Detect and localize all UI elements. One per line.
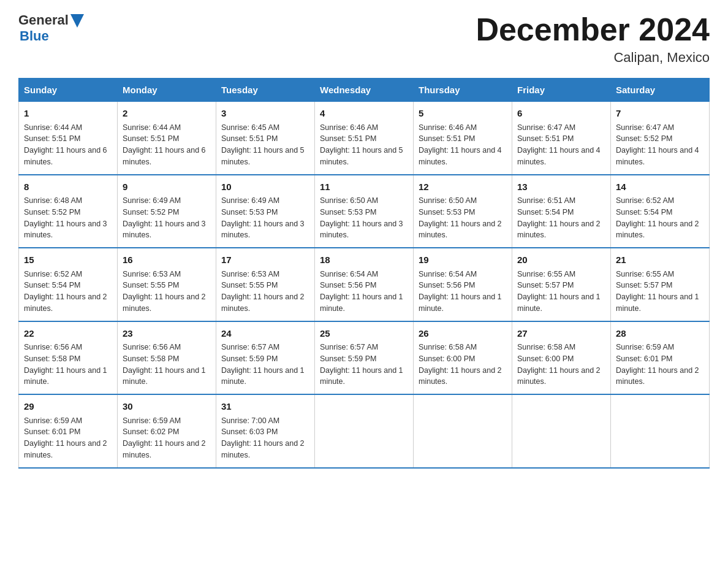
col-thursday: Thursday (414, 79, 512, 102)
day-info: Sunrise: 6:46 AMSunset: 5:51 PMDaylight:… (320, 122, 408, 168)
day-info: Sunrise: 6:58 AMSunset: 6:00 PMDaylight:… (419, 342, 507, 388)
day-info: Sunrise: 6:46 AMSunset: 5:51 PMDaylight:… (419, 122, 507, 168)
day-number: 28 (616, 327, 704, 341)
calendar-cell-w3-d6: 20Sunrise: 6:55 AMSunset: 5:57 PMDayligh… (512, 248, 611, 321)
day-number: 18 (320, 253, 408, 267)
calendar-cell-w4-d3: 24Sunrise: 6:57 AMSunset: 5:59 PMDayligh… (216, 321, 315, 395)
day-number: 5 (419, 107, 507, 121)
day-info: Sunrise: 6:48 AMSunset: 5:52 PMDaylight:… (24, 195, 112, 241)
day-info: Sunrise: 6:52 AMSunset: 5:54 PMDaylight:… (24, 269, 112, 315)
calendar-cell-w1-d2: 2Sunrise: 6:44 AMSunset: 5:51 PMDaylight… (118, 102, 216, 175)
day-number: 30 (123, 400, 211, 414)
calendar-cell-w2-d6: 13Sunrise: 6:51 AMSunset: 5:54 PMDayligh… (512, 175, 611, 248)
col-monday: Monday (118, 79, 216, 102)
calendar-cell-w5-d6 (512, 394, 611, 468)
calendar-cell-w3-d7: 21Sunrise: 6:55 AMSunset: 5:57 PMDayligh… (611, 248, 710, 321)
day-number: 4 (320, 107, 408, 121)
day-number: 31 (221, 400, 309, 414)
calendar-cell-w4-d1: 22Sunrise: 6:56 AMSunset: 5:58 PMDayligh… (19, 321, 118, 395)
day-number: 15 (24, 253, 112, 267)
logo-general-text: General (18, 12, 69, 28)
calendar-cell-w4-d5: 26Sunrise: 6:58 AMSunset: 6:00 PMDayligh… (414, 321, 512, 395)
day-number: 1 (24, 107, 112, 121)
calendar-cell-w3-d3: 17Sunrise: 6:53 AMSunset: 5:55 PMDayligh… (216, 248, 315, 321)
day-number: 25 (320, 327, 408, 341)
day-info: Sunrise: 6:45 AMSunset: 5:51 PMDaylight:… (221, 122, 309, 168)
day-info: Sunrise: 6:56 AMSunset: 5:58 PMDaylight:… (24, 342, 112, 388)
day-info: Sunrise: 6:59 AMSunset: 6:02 PMDaylight:… (123, 415, 211, 461)
day-number: 9 (123, 180, 211, 194)
calendar-cell-w3-d1: 15Sunrise: 6:52 AMSunset: 5:54 PMDayligh… (19, 248, 118, 321)
calendar-cell-w1-d6: 6Sunrise: 6:47 AMSunset: 5:51 PMDaylight… (512, 102, 611, 175)
day-info: Sunrise: 6:59 AMSunset: 6:01 PMDaylight:… (24, 415, 112, 461)
day-number: 12 (419, 180, 507, 194)
calendar-body: 1Sunrise: 6:44 AMSunset: 5:51 PMDaylight… (19, 102, 710, 468)
day-number: 20 (517, 253, 605, 267)
day-info: Sunrise: 6:59 AMSunset: 6:01 PMDaylight:… (616, 342, 704, 388)
week-row-4: 22Sunrise: 6:56 AMSunset: 5:58 PMDayligh… (19, 321, 710, 395)
calendar-cell-w1-d1: 1Sunrise: 6:44 AMSunset: 5:51 PMDaylight… (19, 102, 118, 175)
calendar-header: Sunday Monday Tuesday Wednesday Thursday… (19, 79, 710, 102)
day-number: 7 (616, 107, 704, 121)
day-number: 8 (24, 180, 112, 194)
logo-blue-text: Blue (20, 28, 49, 44)
day-info: Sunrise: 6:49 AMSunset: 5:53 PMDaylight:… (221, 195, 309, 241)
calendar-cell-w1-d4: 4Sunrise: 6:46 AMSunset: 5:51 PMDaylight… (315, 102, 414, 175)
col-friday: Friday (512, 79, 611, 102)
calendar-cell-w1-d3: 3Sunrise: 6:45 AMSunset: 5:51 PMDaylight… (216, 102, 315, 175)
week-row-5: 29Sunrise: 6:59 AMSunset: 6:01 PMDayligh… (19, 394, 710, 468)
week-row-2: 8Sunrise: 6:48 AMSunset: 5:52 PMDaylight… (19, 175, 710, 248)
day-info: Sunrise: 6:55 AMSunset: 5:57 PMDaylight:… (616, 269, 704, 315)
calendar-cell-w3-d4: 18Sunrise: 6:54 AMSunset: 5:56 PMDayligh… (315, 248, 414, 321)
day-number: 29 (24, 400, 112, 414)
logo-triangle-icon (70, 14, 84, 28)
day-info: Sunrise: 6:57 AMSunset: 5:59 PMDaylight:… (221, 342, 309, 388)
calendar-cell-w5-d7 (611, 394, 710, 468)
calendar-cell-w5-d4 (315, 394, 414, 468)
day-info: Sunrise: 6:50 AMSunset: 5:53 PMDaylight:… (419, 195, 507, 241)
day-number: 24 (221, 327, 309, 341)
week-row-3: 15Sunrise: 6:52 AMSunset: 5:54 PMDayligh… (19, 248, 710, 321)
col-saturday: Saturday (611, 79, 710, 102)
day-info: Sunrise: 6:44 AMSunset: 5:51 PMDaylight:… (123, 122, 211, 168)
day-info: Sunrise: 6:50 AMSunset: 5:53 PMDaylight:… (320, 195, 408, 241)
calendar-cell-w2-d5: 12Sunrise: 6:50 AMSunset: 5:53 PMDayligh… (414, 175, 512, 248)
calendar-cell-w4-d6: 27Sunrise: 6:58 AMSunset: 6:00 PMDayligh… (512, 321, 611, 395)
calendar-cell-w4-d7: 28Sunrise: 6:59 AMSunset: 6:01 PMDayligh… (611, 321, 710, 395)
day-number: 26 (419, 327, 507, 341)
week-row-1: 1Sunrise: 6:44 AMSunset: 5:51 PMDaylight… (19, 102, 710, 175)
calendar-table: Sunday Monday Tuesday Wednesday Thursday… (18, 78, 710, 469)
day-number: 10 (221, 180, 309, 194)
day-info: Sunrise: 6:55 AMSunset: 5:57 PMDaylight:… (517, 269, 605, 315)
calendar-cell-w5-d3: 31Sunrise: 7:00 AMSunset: 6:03 PMDayligh… (216, 394, 315, 468)
day-number: 13 (517, 180, 605, 194)
col-wednesday: Wednesday (315, 79, 414, 102)
day-number: 2 (123, 107, 211, 121)
month-title: December 2024 (476, 12, 710, 47)
day-number: 16 (123, 253, 211, 267)
day-info: Sunrise: 6:54 AMSunset: 5:56 PMDaylight:… (320, 269, 408, 315)
day-number: 14 (616, 180, 704, 194)
day-number: 19 (419, 253, 507, 267)
calendar-cell-w2-d1: 8Sunrise: 6:48 AMSunset: 5:52 PMDaylight… (19, 175, 118, 248)
calendar-cell-w3-d2: 16Sunrise: 6:53 AMSunset: 5:55 PMDayligh… (118, 248, 216, 321)
calendar-cell-w3-d5: 19Sunrise: 6:54 AMSunset: 5:56 PMDayligh… (414, 248, 512, 321)
day-number: 23 (123, 327, 211, 341)
days-of-week-row: Sunday Monday Tuesday Wednesday Thursday… (19, 79, 710, 102)
day-info: Sunrise: 6:53 AMSunset: 5:55 PMDaylight:… (123, 269, 211, 315)
day-info: Sunrise: 6:47 AMSunset: 5:52 PMDaylight:… (616, 122, 704, 168)
day-number: 21 (616, 253, 704, 267)
location-label: Calipan, Mexico (476, 50, 710, 66)
calendar-cell-w2-d2: 9Sunrise: 6:49 AMSunset: 5:52 PMDaylight… (118, 175, 216, 248)
title-section: December 2024 Calipan, Mexico (476, 12, 710, 66)
day-info: Sunrise: 6:52 AMSunset: 5:54 PMDaylight:… (616, 195, 704, 241)
logo: General Blue (18, 12, 84, 44)
day-info: Sunrise: 6:58 AMSunset: 6:00 PMDaylight:… (517, 342, 605, 388)
calendar-cell-w4-d2: 23Sunrise: 6:56 AMSunset: 5:58 PMDayligh… (118, 321, 216, 395)
calendar-cell-w1-d7: 7Sunrise: 6:47 AMSunset: 5:52 PMDaylight… (611, 102, 710, 175)
day-info: Sunrise: 6:44 AMSunset: 5:51 PMDaylight:… (24, 122, 112, 168)
calendar-cell-w5-d5 (414, 394, 512, 468)
day-number: 17 (221, 253, 309, 267)
calendar-cell-w5-d2: 30Sunrise: 6:59 AMSunset: 6:02 PMDayligh… (118, 394, 216, 468)
page-header: General Blue December 2024 Calipan, Mexi… (18, 12, 710, 66)
